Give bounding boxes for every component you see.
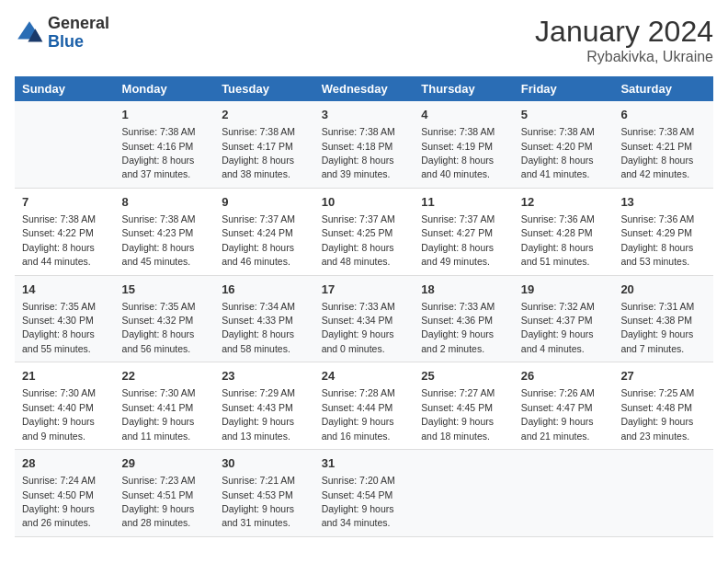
sunrise-text: Sunrise: 7:23 AM <box>122 475 196 486</box>
sunrise-text: Sunrise: 7:38 AM <box>620 126 694 137</box>
sunset-text: Sunset: 4:18 PM <box>322 141 393 152</box>
sunset-text: Sunset: 4:44 PM <box>322 402 393 413</box>
daylight-text: Daylight: 8 hours and 48 minutes. <box>322 242 394 267</box>
day-number: 5 <box>521 107 607 123</box>
calendar-week-row: 7Sunrise: 7:38 AMSunset: 4:22 PMDaylight… <box>15 188 713 275</box>
calendar-cell: 12Sunrise: 7:36 AMSunset: 4:28 PMDayligh… <box>514 188 614 275</box>
day-number: 24 <box>322 368 407 385</box>
day-number: 18 <box>421 282 506 298</box>
sunrise-text: Sunrise: 7:32 AM <box>521 301 595 312</box>
calendar-cell: 16Sunrise: 7:34 AMSunset: 4:33 PMDayligh… <box>214 275 314 362</box>
day-number: 25 <box>421 368 506 385</box>
sunrise-text: Sunrise: 7:27 AM <box>421 387 495 398</box>
daylight-text: Daylight: 9 hours and 21 minutes. <box>521 416 594 441</box>
day-number: 23 <box>222 368 307 385</box>
calendar-cell: 2Sunrise: 7:38 AMSunset: 4:17 PMDaylight… <box>214 101 314 188</box>
calendar-cell <box>514 450 614 537</box>
daylight-text: Daylight: 9 hours and 23 minutes. <box>620 416 693 441</box>
sunrise-text: Sunrise: 7:38 AM <box>22 213 96 224</box>
day-number: 12 <box>521 194 607 211</box>
daylight-text: Daylight: 8 hours and 38 minutes. <box>222 155 294 179</box>
logo-text: General Blue <box>48 15 109 52</box>
generalblue-logo-icon <box>15 18 44 48</box>
day-number: 15 <box>122 282 208 298</box>
calendar-cell: 1Sunrise: 7:38 AMSunset: 4:16 PMDaylight… <box>115 101 215 188</box>
day-number: 17 <box>322 282 407 298</box>
calendar-cell: 14Sunrise: 7:35 AMSunset: 4:30 PMDayligh… <box>15 275 115 362</box>
daylight-text: Daylight: 9 hours and 28 minutes. <box>122 503 195 528</box>
page-header: General Blue January 2024 Rybakivka, Ukr… <box>15 15 713 65</box>
daylight-text: Daylight: 8 hours and 58 minutes. <box>222 328 294 353</box>
calendar-cell: 27Sunrise: 7:25 AMSunset: 4:48 PMDayligh… <box>613 362 713 450</box>
calendar-cell <box>15 101 115 188</box>
sunset-text: Sunset: 4:47 PM <box>521 402 593 413</box>
daylight-text: Daylight: 9 hours and 26 minutes. <box>22 503 95 528</box>
daylight-text: Daylight: 8 hours and 39 minutes. <box>322 155 394 179</box>
sunrise-text: Sunrise: 7:38 AM <box>322 126 395 137</box>
daylight-text: Daylight: 8 hours and 37 minutes. <box>122 155 195 179</box>
calendar-cell: 22Sunrise: 7:30 AMSunset: 4:41 PMDayligh… <box>115 362 215 450</box>
sunrise-text: Sunrise: 7:26 AM <box>521 387 595 398</box>
daylight-text: Daylight: 9 hours and 31 minutes. <box>222 503 294 528</box>
calendar-cell: 15Sunrise: 7:35 AMSunset: 4:32 PMDayligh… <box>115 275 215 362</box>
title-block: January 2024 Rybakivka, Ukraine <box>535 15 713 65</box>
daylight-text: Daylight: 8 hours and 46 minutes. <box>222 242 294 267</box>
calendar-week-row: 28Sunrise: 7:24 AMSunset: 4:50 PMDayligh… <box>15 450 713 537</box>
sunrise-text: Sunrise: 7:38 AM <box>122 213 196 224</box>
calendar-cell: 30Sunrise: 7:21 AMSunset: 4:53 PMDayligh… <box>214 450 314 537</box>
logo-blue: Blue <box>48 32 84 51</box>
sunset-text: Sunset: 4:48 PM <box>620 402 692 413</box>
sunset-text: Sunset: 4:24 PM <box>222 227 293 238</box>
day-number: 6 <box>620 107 706 123</box>
sunset-text: Sunset: 4:32 PM <box>122 315 194 326</box>
day-number: 19 <box>521 282 607 298</box>
sunrise-text: Sunrise: 7:36 AM <box>620 213 694 224</box>
sunset-text: Sunset: 4:40 PM <box>22 402 94 413</box>
calendar-cell: 20Sunrise: 7:31 AMSunset: 4:38 PMDayligh… <box>613 275 713 362</box>
calendar-cell: 19Sunrise: 7:32 AMSunset: 4:37 PMDayligh… <box>514 275 614 362</box>
calendar-cell: 28Sunrise: 7:24 AMSunset: 4:50 PMDayligh… <box>15 450 115 537</box>
sunrise-text: Sunrise: 7:37 AM <box>322 213 395 224</box>
day-number: 10 <box>322 194 407 211</box>
col-wednesday: Wednesday <box>314 76 415 101</box>
sunrise-text: Sunrise: 7:34 AM <box>222 301 295 312</box>
sunset-text: Sunset: 4:36 PM <box>421 315 493 326</box>
sunrise-text: Sunrise: 7:20 AM <box>322 475 395 486</box>
day-number: 16 <box>222 282 307 298</box>
calendar-cell: 3Sunrise: 7:38 AMSunset: 4:18 PMDaylight… <box>314 101 415 188</box>
sunset-text: Sunset: 4:41 PM <box>122 402 194 413</box>
sunset-text: Sunset: 4:51 PM <box>122 489 194 500</box>
col-saturday: Saturday <box>613 76 713 101</box>
sunset-text: Sunset: 4:54 PM <box>322 489 393 500</box>
sunrise-text: Sunrise: 7:38 AM <box>421 126 495 137</box>
calendar-cell: 21Sunrise: 7:30 AMSunset: 4:40 PMDayligh… <box>15 362 115 450</box>
calendar-cell: 11Sunrise: 7:37 AMSunset: 4:27 PMDayligh… <box>414 188 514 275</box>
calendar-week-row: 21Sunrise: 7:30 AMSunset: 4:40 PMDayligh… <box>15 362 713 450</box>
sunrise-text: Sunrise: 7:24 AM <box>22 475 96 486</box>
calendar-cell: 10Sunrise: 7:37 AMSunset: 4:25 PMDayligh… <box>314 188 415 275</box>
day-number: 30 <box>222 455 307 472</box>
calendar-table: Sunday Monday Tuesday Wednesday Thursday… <box>15 76 713 537</box>
sunset-text: Sunset: 4:50 PM <box>22 489 94 500</box>
sunrise-text: Sunrise: 7:37 AM <box>421 213 495 224</box>
day-number: 7 <box>22 194 108 211</box>
col-thursday: Thursday <box>414 76 514 101</box>
sunset-text: Sunset: 4:28 PM <box>521 227 593 238</box>
sunrise-text: Sunrise: 7:33 AM <box>421 301 495 312</box>
daylight-text: Daylight: 8 hours and 44 minutes. <box>22 242 95 267</box>
daylight-text: Daylight: 8 hours and 56 minutes. <box>122 328 195 353</box>
sunset-text: Sunset: 4:25 PM <box>322 227 393 238</box>
logo: General Blue <box>15 15 109 52</box>
sunrise-text: Sunrise: 7:36 AM <box>521 213 595 224</box>
calendar-week-row: 14Sunrise: 7:35 AMSunset: 4:30 PMDayligh… <box>15 275 713 362</box>
daylight-text: Daylight: 8 hours and 40 minutes. <box>421 155 494 179</box>
day-number: 3 <box>322 107 407 123</box>
sunrise-text: Sunrise: 7:38 AM <box>122 126 196 137</box>
calendar-cell: 17Sunrise: 7:33 AMSunset: 4:34 PMDayligh… <box>314 275 415 362</box>
sunrise-text: Sunrise: 7:37 AM <box>222 213 295 224</box>
col-sunday: Sunday <box>15 76 115 101</box>
day-number: 31 <box>322 455 407 472</box>
sunset-text: Sunset: 4:45 PM <box>421 402 493 413</box>
location-subtitle: Rybakivka, Ukraine <box>535 49 713 65</box>
daylight-text: Daylight: 8 hours and 45 minutes. <box>122 242 195 267</box>
